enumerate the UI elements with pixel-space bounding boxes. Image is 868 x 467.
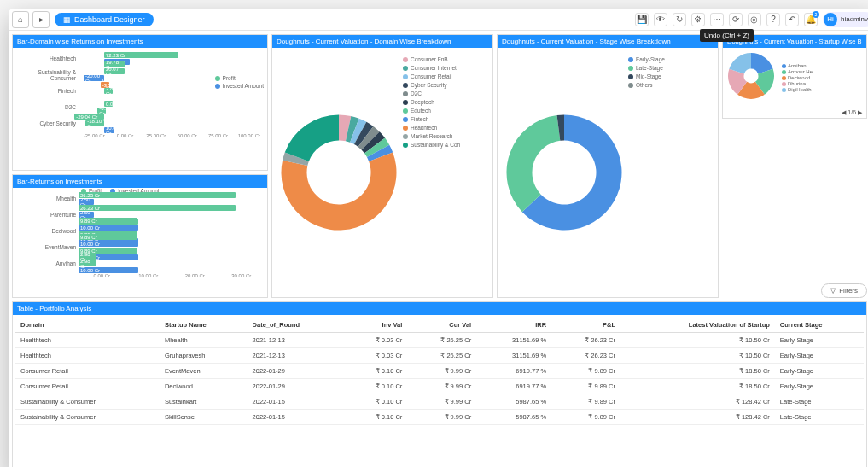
legend-item: Armour He bbox=[782, 69, 813, 74]
title-pill[interactable]: ▦ Dashboard Designer bbox=[55, 13, 154, 26]
eye-icon[interactable]: 👁 bbox=[654, 13, 667, 26]
save-icon[interactable]: 💾 bbox=[635, 13, 649, 26]
legend-item: Early-Stage bbox=[628, 56, 715, 62]
bar-row: Anvihan2.98 Cr2.98 Cr10.00 Cr bbox=[15, 255, 265, 271]
pager[interactable]: ◀ 1/6 ▶ bbox=[723, 108, 866, 118]
legend-item: Edutech bbox=[403, 108, 490, 114]
legend-item: Sustainability & Con bbox=[403, 142, 490, 148]
legend-item: Cyber Security bbox=[403, 82, 490, 88]
panel-title: Doughnuts - Current Valuation - Stage Wi… bbox=[498, 35, 718, 48]
user-pill[interactable]: Hi hiadminv bbox=[823, 12, 868, 27]
refresh-icon[interactable]: ⟳ bbox=[729, 13, 743, 26]
donut-legend: Consumer FnBConsumer InternetConsumer Re… bbox=[403, 50, 490, 295]
user-label: hiadminv bbox=[841, 15, 868, 23]
home-button[interactable]: ⌂ bbox=[12, 11, 29, 28]
table-header[interactable]: Startup Name bbox=[160, 318, 248, 333]
table-header[interactable]: Domain bbox=[15, 318, 160, 333]
panel-table-portfolio: Table - Portfolio Analysis DomainStartup… bbox=[12, 301, 867, 467]
legend-item: Others bbox=[628, 82, 715, 88]
legend-item: D2C bbox=[403, 90, 490, 96]
table-row[interactable]: Sustainability & ConsumerSkillSense2022-… bbox=[15, 410, 864, 425]
legend-item: Fintech bbox=[403, 116, 490, 122]
legend-item: Anvihan bbox=[782, 63, 813, 68]
undo-tooltip: Undo (Ctrl + Z) bbox=[700, 29, 754, 42]
history-icon[interactable]: ↻ bbox=[673, 13, 686, 26]
undo-icon[interactable]: ↶ bbox=[785, 13, 799, 26]
portfolio-table: DomainStartup NameDate_of_RoundInv ValCu… bbox=[15, 318, 864, 425]
legend-item: Mid-Stage bbox=[628, 73, 715, 79]
gear-icon[interactable]: ⚙ bbox=[691, 13, 705, 26]
legend-item: Deciwood bbox=[782, 75, 813, 80]
filter-icon: ▽ bbox=[830, 287, 836, 295]
table-row[interactable]: Consumer RetailEventMaven2022-01-29₹ 0.1… bbox=[15, 364, 864, 379]
table-header[interactable]: IRR bbox=[476, 318, 551, 333]
legend-item: DigiHealth bbox=[782, 87, 813, 92]
top-toolbar: ⌂ ▸ ▦ Dashboard Designer 💾 👁 ↻ ⚙ ⋯ ⟳ ◎ ?… bbox=[9, 9, 868, 31]
table-header[interactable]: Date_of_Round bbox=[248, 318, 345, 333]
legend-item: Consumer Retail bbox=[403, 73, 490, 79]
panel-donut-domain: Doughnuts - Current Valuation - Domain W… bbox=[271, 34, 493, 298]
bar-row: Sustainability & Consumer19.78 Cr20.07 C… bbox=[15, 67, 265, 83]
donut-chart bbox=[500, 50, 628, 295]
mini-legend: AnvihanArmour HeDeciwoodDhurinaDigiHealt… bbox=[782, 62, 813, 93]
panel-bar-returns: Bar-Returns on Investments Profit Invest… bbox=[12, 174, 268, 298]
grid-icon: ▦ bbox=[63, 15, 71, 24]
mini-donut-chart bbox=[725, 50, 777, 105]
legend-item: Market Research bbox=[403, 133, 490, 139]
bar-row: Cyber Security-29.04 Cr-18.10 Cr10.00 Cr bbox=[15, 115, 265, 131]
avatar-icon: Hi bbox=[824, 13, 837, 26]
code-icon[interactable]: ⋯ bbox=[710, 13, 724, 26]
donut-legend: Early-StageLate-StageMid-StageOthers bbox=[628, 50, 715, 295]
donut-chart bbox=[275, 50, 403, 295]
title-text: Dashboard Designer bbox=[74, 15, 145, 24]
legend-item: Deeptech bbox=[403, 99, 490, 105]
table-header[interactable]: Cur Val bbox=[407, 318, 476, 333]
table-row[interactable]: HealthtechMhealth2021-12-13₹ 0.03 Cr₹ 26… bbox=[15, 333, 864, 348]
back-button[interactable]: ▸ bbox=[32, 11, 50, 28]
panel-title: Bar-Returns on Investments bbox=[13, 175, 267, 188]
table-header[interactable]: P&L bbox=[551, 318, 620, 333]
legend-item: Late-Stage bbox=[628, 65, 715, 71]
legend-item: Healthtech bbox=[403, 125, 490, 131]
table-row[interactable]: Sustainability & ConsumerSustainkart2022… bbox=[15, 394, 864, 410]
table-row[interactable]: HealthtechGruhapravesh2021-12-13₹ 0.03 C… bbox=[15, 348, 864, 364]
table-row[interactable]: Consumer RetailDeciwood2022-01-29₹ 0.10 … bbox=[15, 379, 864, 394]
pin-icon[interactable]: ◎ bbox=[748, 13, 761, 26]
panel-title: Bar-Domain wise Returns on Investments bbox=[13, 35, 267, 48]
panel-title: Doughnuts - Current Valuation - Domain W… bbox=[272, 35, 492, 48]
help-icon[interactable]: ? bbox=[766, 13, 780, 26]
table-header[interactable]: Latest Valuation of Startup bbox=[620, 318, 775, 333]
panel-donut-startup: Doughnuts - Current Valuation - Startup … bbox=[722, 34, 867, 119]
panel-title: Table - Portfolio Analysis bbox=[13, 302, 866, 315]
legend-item: Consumer Internet bbox=[403, 65, 490, 71]
legend-item: Dhurina bbox=[782, 81, 813, 86]
panel-donut-stage: Doughnuts - Current Valuation - Stage Wi… bbox=[497, 34, 719, 298]
panel-bar-domain-returns: Bar-Domain wise Returns on Investments P… bbox=[12, 34, 268, 171]
table-header[interactable]: Inv Val bbox=[345, 318, 408, 333]
side-column: Doughnuts - Current Valuation - Startup … bbox=[722, 34, 867, 298]
bell-icon[interactable]: 🔔2 bbox=[804, 13, 818, 26]
legend-item: Consumer FnB bbox=[403, 56, 490, 62]
filters-button[interactable]: ▽ Filters bbox=[821, 283, 867, 298]
table-header[interactable]: Current Stage bbox=[775, 318, 864, 333]
